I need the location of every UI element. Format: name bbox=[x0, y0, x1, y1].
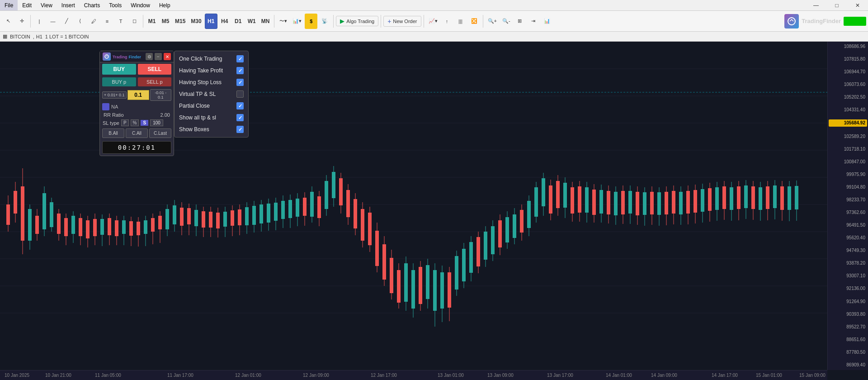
ball-button[interactable]: B.All bbox=[102, 128, 124, 138]
svg-rect-125 bbox=[411, 270, 415, 309]
time-jan13-01: 13 Jan 01:00 bbox=[438, 373, 464, 378]
svg-rect-141 bbox=[469, 242, 473, 273]
dm-partial-close[interactable]: Partial Close bbox=[175, 100, 248, 112]
widget-settings-button[interactable]: ⚙ bbox=[146, 53, 153, 60]
sell-pending-button[interactable]: SELL p bbox=[138, 77, 172, 86]
widget-controls: ⚙ − ✕ bbox=[146, 53, 171, 60]
candle-group-1 bbox=[6, 166, 798, 327]
zoom-out-btn[interactable]: 🔍- bbox=[500, 14, 513, 29]
widget-minimize-button[interactable]: − bbox=[155, 53, 162, 60]
sell-button[interactable]: SELL bbox=[138, 64, 172, 75]
shapes-tool[interactable]: ◻ bbox=[128, 14, 141, 29]
price-91264: 91264.90 bbox=[829, 299, 867, 305]
scroll-right-btn[interactable]: ⇥ bbox=[527, 14, 540, 29]
tf-d1[interactable]: D1 bbox=[232, 14, 245, 29]
dm-take-profit[interactable]: Having Take Profit bbox=[175, 65, 248, 76]
volume-btn[interactable]: 📊 bbox=[541, 14, 553, 29]
strategies-btn[interactable]: 📈▾ bbox=[426, 14, 440, 29]
dm-one-click-checkbox[interactable] bbox=[236, 55, 244, 62]
dm-show-boxes-checkbox[interactable] bbox=[236, 126, 244, 133]
svg-rect-57 bbox=[165, 209, 169, 229]
menu-help[interactable]: Help bbox=[155, 0, 175, 10]
price-90393: 90393.80 bbox=[829, 311, 867, 318]
dm-stop-loss[interactable]: Having Stop Loss bbox=[175, 76, 248, 88]
clast-button[interactable]: C.Last bbox=[149, 128, 171, 138]
tf-m5[interactable]: M5 bbox=[159, 14, 172, 29]
window-controls: — □ ✕ bbox=[806, 0, 868, 11]
svg-rect-77 bbox=[238, 209, 241, 225]
svg-rect-213 bbox=[730, 187, 733, 210]
svg-rect-63 bbox=[187, 208, 191, 224]
menu-charts[interactable]: Charts bbox=[80, 0, 104, 10]
chart-type-dropdown[interactable]: 〜▾ bbox=[277, 14, 289, 29]
crosshair-tool[interactable]: ✛ bbox=[15, 14, 28, 29]
svg-rect-119 bbox=[390, 258, 393, 293]
time-jan12-01: 12 Jan 01:00 bbox=[235, 373, 261, 378]
menu-insert[interactable]: Insert bbox=[57, 0, 80, 10]
rr-ratio-row: RR Ratio 2.00 bbox=[100, 111, 174, 119]
dm-stop-loss-checkbox[interactable] bbox=[236, 79, 244, 86]
widget-close-button[interactable]: ✕ bbox=[164, 53, 171, 60]
dm-show-all-checkbox[interactable] bbox=[236, 114, 244, 121]
dm-virtual-checkbox[interactable] bbox=[236, 90, 244, 98]
vertical-line-tool[interactable]: | bbox=[33, 14, 46, 29]
cursor-tool[interactable]: ↖ bbox=[2, 14, 14, 29]
svg-rect-219 bbox=[751, 186, 755, 209]
tf-m1[interactable]: M1 bbox=[146, 14, 158, 29]
tf-m30[interactable]: M30 bbox=[189, 14, 203, 29]
lot-input[interactable] bbox=[127, 90, 149, 100]
call-button[interactable]: C.All bbox=[126, 128, 148, 138]
dm-take-profit-checkbox[interactable] bbox=[236, 67, 244, 74]
up-arrow-btn[interactable]: ↑ bbox=[441, 14, 453, 29]
channel-tool[interactable]: ⟨ bbox=[74, 14, 86, 29]
svg-rect-205 bbox=[701, 189, 704, 212]
close-button[interactable]: ✕ bbox=[847, 0, 868, 11]
tf-w1[interactable]: W1 bbox=[245, 14, 258, 29]
menu-view[interactable]: View bbox=[36, 0, 57, 10]
svg-rect-113 bbox=[368, 213, 372, 245]
tf-m15[interactable]: M15 bbox=[173, 14, 188, 29]
dm-virtual-tp-sl[interactable]: Virtual TP & SL bbox=[175, 88, 248, 100]
algo2-btn[interactable]: 🔀 bbox=[468, 14, 481, 29]
sl-s-button[interactable]: S bbox=[141, 120, 148, 126]
grid-btn[interactable]: ⊞ bbox=[514, 14, 526, 29]
zoom-in-btn[interactable]: 🔍+ bbox=[486, 14, 499, 29]
buy-pending-button[interactable]: BUY p bbox=[102, 77, 136, 86]
dm-partial-checkbox[interactable] bbox=[236, 102, 244, 109]
tf-h1[interactable]: H1 bbox=[205, 14, 217, 29]
svg-rect-43 bbox=[115, 220, 118, 236]
lot-increase-button[interactable]: -0.01 - 0.1 bbox=[150, 89, 171, 101]
infobar-tf: H1 bbox=[36, 34, 42, 39]
signal-btn[interactable]: 📡 bbox=[318, 14, 331, 29]
lot-decrease-button[interactable]: + 0.01 + 0.1 bbox=[102, 91, 127, 99]
new-order-button[interactable]: + New Order bbox=[383, 16, 421, 27]
dm-one-click[interactable]: One Click Trading bbox=[175, 53, 248, 65]
tf-mn[interactable]: MN bbox=[259, 14, 272, 29]
algo-trading-button[interactable]: ▶ Algo Trading bbox=[336, 16, 378, 26]
svg-rect-181 bbox=[614, 192, 618, 215]
minimize-button[interactable]: — bbox=[806, 0, 826, 11]
menu-file[interactable]: File bbox=[0, 0, 18, 10]
dm-show-boxes[interactable]: Show Boxes bbox=[175, 124, 248, 135]
buy-button[interactable]: BUY bbox=[102, 64, 136, 75]
tf-h4[interactable]: H4 bbox=[218, 14, 231, 29]
menu-window[interactable]: Window bbox=[126, 0, 155, 10]
svg-rect-171 bbox=[578, 186, 581, 213]
menu-tools[interactable]: Tools bbox=[104, 0, 126, 10]
text-tool[interactable]: T bbox=[114, 14, 127, 29]
dollar-btn[interactable]: $ bbox=[305, 14, 317, 29]
svg-rect-55 bbox=[158, 216, 162, 229]
dm-show-all-tp-sl[interactable]: Show all tp & sl bbox=[175, 112, 248, 124]
time-jan11-17: 11 Jan 17:00 bbox=[167, 373, 193, 378]
widget-finder-label: Finder bbox=[129, 55, 142, 59]
svg-rect-231 bbox=[795, 186, 798, 209]
horizontal-line-tool[interactable]: — bbox=[47, 14, 59, 29]
trend-line-tool[interactable]: ╱ bbox=[60, 14, 73, 29]
maximize-button[interactable]: □ bbox=[826, 0, 847, 11]
candle-btn[interactable]: ||| bbox=[454, 14, 467, 29]
settings-tool[interactable]: ≡ bbox=[101, 14, 113, 29]
brush-tool[interactable]: 🖊 bbox=[87, 14, 100, 29]
menu-edit[interactable]: Edit bbox=[18, 0, 36, 10]
indicator-dropdown[interactable]: 📊▾ bbox=[290, 14, 304, 29]
svg-rect-169 bbox=[571, 187, 574, 214]
